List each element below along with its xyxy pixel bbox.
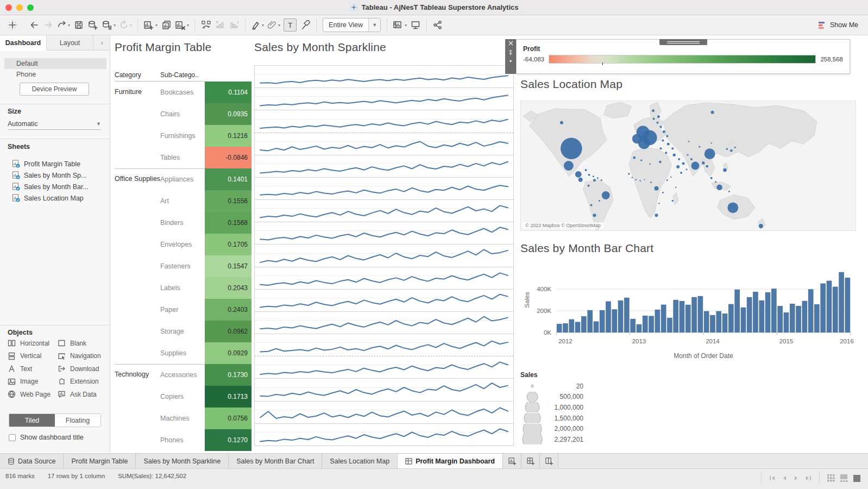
bar-mark[interactable]: [557, 324, 562, 333]
bar-mark[interactable]: [820, 284, 826, 333]
size-selector[interactable]: Automatic ▼: [8, 118, 101, 130]
column-header-category[interactable]: Category: [115, 68, 160, 81]
map-bubble[interactable]: [686, 168, 688, 170]
collapse-sidebar-icon[interactable]: ‹: [95, 35, 110, 50]
table-cell-margin[interactable]: 0.2403: [205, 299, 251, 321]
sidebar-sheet-item[interactable]: Sales by Month Bar...: [0, 181, 110, 192]
map-bubble[interactable]: [656, 122, 658, 124]
map-bubble[interactable]: [723, 168, 727, 172]
table-cell-margin[interactable]: 0.1713: [205, 386, 251, 408]
table-cell-margin[interactable]: 0.1104: [205, 82, 251, 103]
refresh-caret-icon[interactable]: ▾: [130, 23, 132, 28]
sheet-tab-profit-margin-dashboard[interactable]: Profit Margin Dashboard: [398, 454, 503, 468]
map-bubble[interactable]: [593, 214, 596, 217]
swap-rows-columns-button[interactable]: [199, 17, 213, 33]
object-item-extension[interactable]: Extension: [58, 375, 105, 388]
filmstrip-view-icon[interactable]: [840, 474, 848, 482]
map-bubble[interactable]: [680, 172, 682, 174]
table-cell-subcategory[interactable]: Appliances: [160, 168, 205, 190]
bar-mark[interactable]: [741, 308, 746, 333]
refresh-button[interactable]: ▾: [117, 17, 134, 33]
sparkline-chart[interactable]: [255, 379, 513, 401]
table-cell-subcategory[interactable]: Supplies: [160, 342, 205, 364]
bar-mark[interactable]: [833, 287, 838, 333]
table-cell-subcategory[interactable]: Binders: [160, 212, 205, 234]
bar-mark[interactable]: [630, 319, 636, 333]
size-legend-item[interactable]: 500,000: [520, 392, 613, 403]
sparkline-chart[interactable]: [255, 133, 513, 155]
sparkline-row-machines[interactable]: [255, 402, 513, 424]
map-bubble[interactable]: [727, 202, 738, 213]
table-cell-subcategory[interactable]: Machines: [160, 408, 205, 429]
table-cell-margin[interactable]: 0.1568: [205, 212, 251, 234]
sidebar-sheet-item[interactable]: Sales Location Map: [0, 192, 110, 204]
close-legend-icon[interactable]: [508, 41, 513, 46]
map-bubble[interactable]: [676, 165, 680, 168]
share-button[interactable]: [431, 17, 445, 33]
highlight-button[interactable]: ▾: [249, 17, 266, 33]
bar-mark[interactable]: [790, 304, 795, 333]
bar-mark[interactable]: [691, 297, 697, 333]
map-bubble[interactable]: [662, 192, 664, 193]
bar-mark[interactable]: [680, 301, 685, 333]
map-bubble[interactable]: [710, 142, 712, 143]
bar-mark[interactable]: [777, 306, 783, 333]
sparkline-row-binders[interactable]: [255, 200, 513, 222]
map-bubble[interactable]: [601, 179, 602, 181]
map-bubble[interactable]: [578, 178, 583, 182]
minimize-window-button[interactable]: [16, 4, 23, 11]
map-bubble[interactable]: [602, 191, 610, 199]
map-bubble[interactable]: [702, 161, 705, 164]
map-bubble[interactable]: [688, 141, 689, 142]
column-header-subcategory[interactable]: Sub-Catego..: [160, 68, 205, 81]
bar-mark[interactable]: [649, 316, 654, 333]
sparkline-row-appliances[interactable]: [255, 155, 513, 178]
object-item-blank[interactable]: Blank: [58, 337, 105, 350]
map-bubble[interactable]: [675, 186, 677, 188]
sparkline-row-phones[interactable]: [255, 424, 513, 446]
show-me-button[interactable]: Show Me: [814, 19, 863, 32]
map-bubble[interactable]: [650, 181, 652, 183]
map-bubble[interactable]: [687, 154, 689, 156]
fit-selector-caret-icon[interactable]: ▼: [368, 18, 380, 32]
single-sheet-view-icon[interactable]: [853, 475, 860, 482]
sparkline-row-paper[interactable]: [255, 290, 513, 312]
sidebar-tab-layout[interactable]: Layout: [47, 35, 93, 50]
object-item-image[interactable]: Image: [8, 375, 58, 388]
map-bubble[interactable]: [560, 121, 563, 124]
bar-mark[interactable]: [784, 312, 789, 333]
clear-sheet-button[interactable]: ▾: [173, 17, 191, 33]
sparkline-chart[interactable]: [255, 222, 513, 244]
table-cell-subcategory[interactable]: Bookcases: [160, 82, 205, 103]
sparkline-chart[interactable]: [255, 290, 513, 312]
table-cell-margin[interactable]: 0.0935: [205, 103, 251, 125]
size-selector-caret-icon[interactable]: ▼: [96, 121, 101, 127]
object-item-navigation[interactable]: Navigation: [58, 350, 105, 363]
bar-mark[interactable]: [808, 289, 814, 333]
map-bubble[interactable]: [644, 179, 645, 180]
sparkline-chart[interactable]: [255, 66, 513, 88]
bar-mark[interactable]: [575, 322, 581, 333]
sheet-tab-sales-location-map[interactable]: Sales Location Map: [322, 454, 398, 468]
map-bubble[interactable]: [658, 203, 660, 204]
bar-mark[interactable]: [827, 281, 832, 333]
bar-mark[interactable]: [747, 297, 752, 333]
map-bubble[interactable]: [659, 126, 662, 128]
bar-mark[interactable]: [753, 292, 758, 333]
map-bubble[interactable]: [575, 171, 582, 178]
table-cell-margin[interactable]: 0.1556: [205, 190, 251, 212]
table-cell-margin[interactable]: -0.0846: [205, 147, 251, 168]
map-bubble[interactable]: [728, 191, 730, 192]
map-bubble[interactable]: [649, 164, 650, 165]
map-bubble[interactable]: [666, 179, 668, 181]
sparkline-row-labels[interactable]: [255, 267, 513, 290]
map-bubble[interactable]: [599, 200, 600, 202]
bar-mark[interactable]: [673, 300, 678, 333]
map-bubble[interactable]: [659, 147, 662, 149]
sparkline-row-art[interactable]: [255, 178, 513, 200]
table-cell-margin[interactable]: 0.1270: [205, 429, 251, 451]
bar-mark[interactable]: [716, 311, 721, 333]
object-item-text[interactable]: Text: [8, 362, 58, 375]
duplicate-sheet-button[interactable]: [159, 17, 173, 33]
bar-mark[interactable]: [637, 324, 642, 333]
